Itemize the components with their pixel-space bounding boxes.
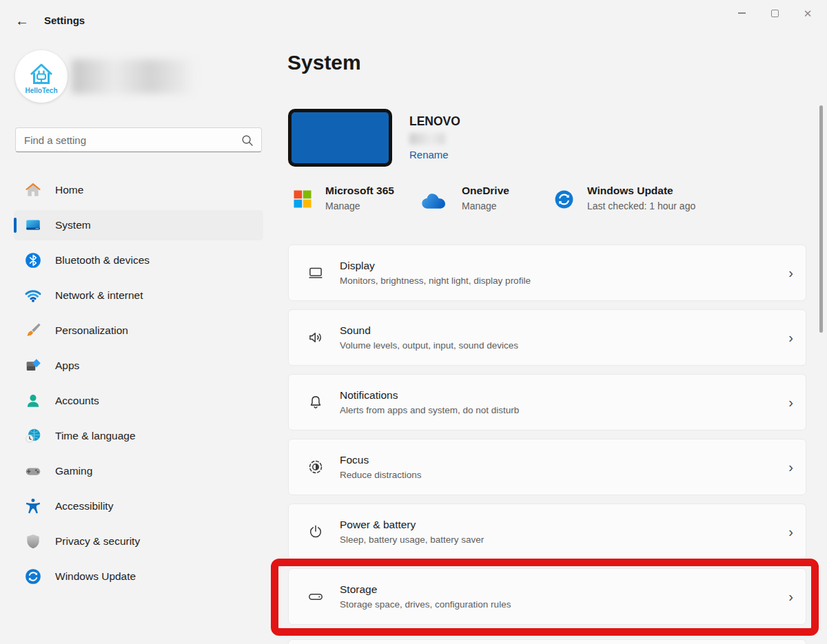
- sidebar-item-label: Network & internet: [55, 289, 143, 302]
- row-title: Display: [340, 260, 531, 272]
- sidebar-item-label: Accounts: [55, 395, 99, 407]
- network-icon: [24, 287, 42, 304]
- page-title: System: [287, 51, 361, 74]
- settings-row-display[interactable]: Display Monitors, brightness, night ligh…: [288, 245, 806, 301]
- system-icon: [24, 216, 42, 234]
- gaming-icon: [24, 462, 42, 480]
- row-title: Storage: [340, 583, 511, 596]
- device-name: LENOVO: [409, 114, 460, 129]
- search-icon: [241, 134, 254, 147]
- quick-action-microsoft-365[interactable]: Microsoft 365 Manage: [292, 185, 394, 211]
- quick-action-subtitle: Last checked: 1 hour ago: [587, 200, 695, 211]
- settings-row-partial: [288, 639, 806, 644]
- maximize-button[interactable]: [758, 1, 791, 25]
- sidebar-item-gaming[interactable]: Gaming: [14, 456, 263, 486]
- accounts-icon: [24, 392, 42, 410]
- sidebar-item-label: Home: [55, 184, 83, 196]
- row-subtitle: Monitors, brightness, night light, displ…: [340, 276, 531, 286]
- time-language-icon: [24, 427, 42, 445]
- minimize-button[interactable]: [725, 1, 758, 25]
- sidebar-item-bluetooth-devices[interactable]: Bluetooth & devices: [14, 245, 263, 276]
- onedrive-cloud-icon: [420, 191, 449, 211]
- row-subtitle: Volume levels, output, input, sound devi…: [340, 340, 518, 351]
- minimize-icon: [738, 12, 746, 14]
- sidebar-item-privacy-security[interactable]: Privacy & security: [14, 526, 263, 557]
- chevron-right-icon: [788, 459, 793, 475]
- quick-action-windows-update[interactable]: Windows Update Last checked: 1 hour ago: [553, 185, 695, 211]
- focus-icon: [307, 458, 325, 476]
- home-icon: [24, 181, 42, 199]
- rename-link[interactable]: Rename: [409, 149, 449, 160]
- quick-action-subtitle: Manage: [325, 200, 394, 211]
- chevron-right-icon: [788, 265, 793, 281]
- sidebar-item-personalization[interactable]: Personalization: [14, 315, 263, 346]
- row-title: Focus: [340, 454, 422, 466]
- sidebar-item-network-internet[interactable]: Network & internet: [14, 280, 263, 311]
- maximize-icon: [771, 10, 779, 17]
- sidebar-item-label: System: [55, 219, 91, 231]
- quick-action-title: Microsoft 365: [325, 185, 394, 197]
- sidebar-item-label: Bluetooth & devices: [55, 254, 150, 267]
- privacy-security-icon: [24, 532, 42, 550]
- sidebar-item-label: Time & language: [55, 430, 136, 442]
- settings-row-notifications[interactable]: Notifications Alerts from apps and syste…: [288, 374, 806, 430]
- settings-row-storage[interactable]: Storage Storage space, drives, configura…: [288, 568, 806, 625]
- display-icon: [307, 264, 325, 282]
- scrollbar-thumb[interactable]: [819, 105, 823, 333]
- bluetooth-icon: [24, 251, 42, 269]
- row-title: Notifications: [340, 389, 519, 402]
- sidebar-item-accessibility[interactable]: Accessibility: [14, 491, 263, 521]
- sidebar-item-label: Gaming: [55, 465, 92, 477]
- user-avatar: HelloTech: [15, 50, 68, 103]
- search-box: [15, 127, 262, 152]
- sidebar-item-label: Privacy & security: [55, 535, 140, 548]
- device-model-redacted: [409, 133, 445, 145]
- row-subtitle: Alerts from apps and system, do not dist…: [340, 405, 519, 415]
- sidebar-item-windows-update[interactable]: Windows Update: [14, 561, 263, 592]
- svg-text:HelloTech: HelloTech: [25, 87, 57, 94]
- app-title: Settings: [44, 14, 85, 26]
- hellotech-logo-icon: HelloTech: [15, 50, 68, 103]
- user-name-redacted: [72, 59, 193, 94]
- settings-list: Display Monitors, brightness, night ligh…: [288, 245, 806, 633]
- quick-action-title: Windows Update: [587, 185, 695, 197]
- row-subtitle: Storage space, drives, configuration rul…: [340, 599, 511, 610]
- search-input[interactable]: [16, 128, 261, 152]
- personalization-icon: [24, 322, 42, 340]
- selected-indicator: [14, 218, 17, 233]
- sidebar-item-label: Windows Update: [55, 570, 136, 583]
- window-controls: ✕: [725, 1, 824, 25]
- row-subtitle: Sleep, battery usage, battery saver: [340, 534, 484, 545]
- chevron-right-icon: [788, 589, 793, 605]
- storage-icon: [307, 588, 325, 605]
- microsoft-logo-icon: [292, 189, 313, 211]
- sidebar-item-label: Personalization: [55, 324, 128, 337]
- notifications-icon: [307, 393, 325, 411]
- sidebar-item-label: Accessibility: [55, 500, 113, 512]
- row-title: Power & battery: [340, 519, 484, 531]
- sidebar-item-system[interactable]: System: [14, 210, 263, 240]
- settings-row-power-battery[interactable]: Power & battery Sleep, battery usage, ba…: [288, 503, 806, 560]
- back-arrow-icon: ←: [15, 13, 29, 29]
- quick-action-title: OneDrive: [462, 185, 509, 197]
- settings-row-sound[interactable]: Sound Volume levels, output, input, soun…: [288, 309, 806, 366]
- sidebar-item-time-language[interactable]: Time & language: [14, 421, 263, 451]
- sidebar-item-accounts[interactable]: Accounts: [14, 386, 263, 416]
- back-button[interactable]: ←: [12, 11, 32, 30]
- sidebar-item-home[interactable]: Home: [14, 175, 263, 205]
- apps-icon: [24, 357, 42, 375]
- quick-action-onedrive[interactable]: OneDrive Manage: [420, 185, 509, 211]
- power-icon: [307, 523, 325, 541]
- row-subtitle: Reduce distractions: [340, 470, 422, 480]
- close-button[interactable]: ✕: [791, 1, 824, 25]
- sidebar-item-apps[interactable]: Apps: [14, 351, 263, 381]
- row-title: Sound: [340, 324, 518, 337]
- sound-icon: [307, 329, 325, 346]
- sidebar-item-label: Apps: [55, 360, 79, 372]
- chevron-right-icon: [788, 395, 793, 411]
- close-icon: ✕: [804, 8, 813, 19]
- device-card: LENOVO Rename: [288, 109, 460, 167]
- windows-update-icon: [553, 189, 575, 211]
- device-thumbnail: [288, 109, 392, 167]
- settings-row-focus[interactable]: Focus Reduce distractions: [288, 439, 806, 495]
